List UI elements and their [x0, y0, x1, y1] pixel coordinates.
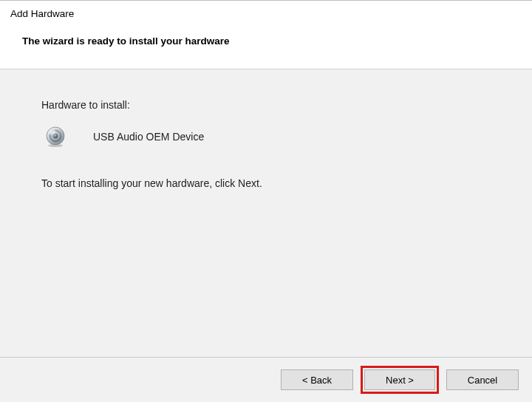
- wizard-subtitle: The wizard is ready to install your hard…: [22, 35, 522, 47]
- hardware-name: USB Audio OEM Device: [93, 131, 204, 143]
- speaker-icon: [44, 126, 66, 148]
- wizard-header: Add Hardware The wizard is ready to inst…: [0, 1, 532, 69]
- wizard-content: Hardware to install:: [0, 69, 532, 358]
- hardware-label: Hardware to install:: [41, 99, 491, 111]
- next-button[interactable]: Next >: [364, 369, 435, 390]
- instruction-text: To start installing your new hardware, c…: [41, 177, 491, 189]
- window-title: Add Hardware: [10, 8, 522, 19]
- next-button-highlight: Next >: [361, 366, 439, 394]
- back-button[interactable]: < Back: [281, 369, 353, 390]
- cancel-button[interactable]: Cancel: [446, 369, 519, 390]
- wizard-footer: < Back Next > Cancel: [0, 358, 532, 402]
- hardware-row: USB Audio OEM Device: [44, 126, 491, 148]
- svg-point-3: [53, 134, 58, 138]
